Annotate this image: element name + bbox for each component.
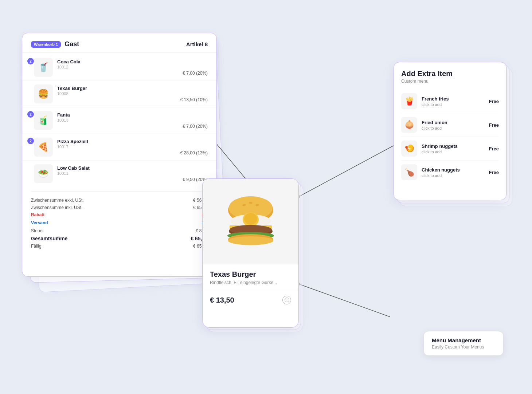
item-img-burger: 🍔	[34, 84, 53, 103]
cart-summary: Zwischensumme exkl. USt. € 56,64 Zwische…	[22, 194, 216, 250]
extra-item-shrimp[interactable]: 🍤 Shrimp nuggets click to add Free	[401, 137, 499, 161]
extra-card-title: Add Extra Item	[401, 70, 499, 78]
product-info: Texas Burger Rindfleisch, Ei, eingelegte…	[203, 264, 298, 289]
item-img-fanta: 🧃	[34, 111, 53, 130]
extra-item-img-fries: 🍟	[401, 93, 417, 109]
cart-artikel-label: Artikel 8	[186, 41, 208, 47]
cart-header-left: Warenkorb 1 Gast	[31, 40, 79, 48]
svg-point-20	[228, 236, 273, 245]
cart-header: Warenkorb 1 Gast Artikel 8	[22, 40, 216, 53]
extra-item-action-chicken: click to add	[422, 173, 485, 178]
product-card-stack: Texas Burger Rindfleisch, Ei, eingelegte…	[202, 178, 299, 328]
extra-item-chicken[interactable]: 🍗 Chicken nuggets click to add Free	[401, 161, 499, 184]
cart-divider	[31, 191, 208, 192]
cart-guest-label: Gast	[64, 40, 79, 48]
item-price-burger: € 13,50 (10%)	[57, 97, 208, 102]
summary-row-gesamt: Gesamtsumme € 65,00	[31, 235, 208, 243]
item-img-cola: 🥤	[34, 58, 53, 77]
extra-item-price-chicken: Free	[489, 170, 499, 175]
summary-gesamt-label: Gesamtsumme	[31, 236, 67, 241]
summary-row-rabatt: Rabatt +	[31, 211, 208, 219]
summary-steuer-label: Steuer	[31, 228, 44, 233]
extra-item-img-chicken: 🍗	[401, 164, 417, 180]
cart-item-salad[interactable]: 🥗 Low Cab Salat 10011 € 9,50 (20%)	[22, 160, 216, 187]
svg-line-2	[299, 284, 390, 317]
extra-item-onion[interactable]: 🧅 Fried onion click to add Free	[401, 113, 499, 137]
extra-item-fries[interactable]: 🍟 French fries click to add Free	[401, 90, 499, 113]
item-info-salad: Low Cab Salat 10011 € 9,50 (20%)	[57, 165, 208, 182]
product-image-area	[203, 179, 298, 264]
cart-item-burger[interactable]: 🍔 Texas Burger 10008 € 13,50 (10%)	[22, 80, 216, 107]
extra-item-price-fries: Free	[489, 99, 499, 104]
item-code-pizza: 10017	[57, 145, 208, 149]
item-price-fanta: € 7,00 (20%)	[57, 124, 208, 129]
item-info-fanta: Fanta 10013 € 7,00 (20%)	[57, 112, 208, 129]
burger-svg	[218, 189, 283, 255]
extra-item-action-fries: click to add	[422, 102, 485, 107]
summary-row-versand: Versand +	[31, 219, 208, 227]
item-info-pizza: Pizza Speziell 10017 € 28,00 (13%)	[57, 139, 208, 155]
menu-mgmt-title: Menu Management	[432, 337, 495, 343]
item-qty-cola: 2	[27, 58, 34, 64]
extra-item-name-shrimp: Shrimp nuggets	[422, 143, 485, 149]
extra-item-action-onion: click to add	[422, 126, 485, 130]
item-name-fanta: Fanta	[57, 112, 208, 118]
extra-item-info-fries: French fries click to add	[422, 96, 485, 107]
item-code-burger: 10008	[57, 91, 208, 96]
extra-card-main: Add Extra Item Custom menu 🍟 French frie…	[394, 62, 506, 200]
summary-row-exkl: Zwischensumme exkl. USt. € 56,64	[31, 197, 208, 204]
svg-point-14	[244, 213, 257, 225]
extra-item-info-shrimp: Shrimp nuggets click to add	[422, 143, 485, 154]
summary-rabatt-label: Rabatt	[31, 212, 44, 218]
summary-exkl-label: Zwischensumme exkl. USt.	[31, 198, 84, 203]
item-qty-fanta: 2	[27, 111, 34, 118]
item-name-salad: Low Cab Salat	[57, 165, 208, 171]
product-card-main: Texas Burger Rindfleisch, Ei, eingelegte…	[202, 178, 299, 328]
item-img-salad: 🥗	[34, 164, 53, 183]
item-name-cola: Coca Cola	[57, 59, 208, 64]
extra-item-img-onion: 🧅	[401, 117, 417, 133]
extra-item-info-onion: Fried onion click to add	[422, 120, 485, 130]
extra-item-action-shrimp: click to add	[422, 150, 485, 154]
summary-row-inkl: Zwischensumme inkl. USt. € 65,00	[31, 204, 208, 211]
item-price-cola: € 7,00 (20%)	[57, 71, 208, 76]
item-info-cola: Coca Cola 10012 € 7,00 (20%)	[57, 59, 208, 76]
extra-item-info-chicken: Chicken nuggets click to add	[422, 167, 485, 178]
summary-row-faellig: Fällig € 65,00	[31, 243, 208, 250]
item-price-pizza: € 28,00 (13%)	[57, 150, 208, 155]
item-info-burger: Texas Burger 10008 € 13,50 (10%)	[57, 86, 208, 102]
cart-item-pizza[interactable]: 2 🍕 Pizza Speziell 10017 € 28,00 (13%)	[22, 134, 216, 160]
cart-items-list: 2 🥤 Coca Cola 10012 € 7,00 (20%) 🍔 Texas…	[22, 53, 216, 188]
extra-item-name-fries: French fries	[422, 96, 485, 102]
item-code-fanta: 10013	[57, 118, 208, 122]
extra-card-subtitle: Custom menu	[401, 79, 499, 84]
product-info-icon[interactable]: ⓘ	[282, 296, 291, 304]
warenkorb-badge: Warenkorb 1	[31, 41, 61, 48]
summary-inkl-label: Zwischensumme inkl. USt.	[31, 205, 82, 210]
product-description: Rindfleisch, Ei, eingelegte Gurke...	[210, 280, 291, 285]
extra-item-name-chicken: Chicken nuggets	[422, 167, 485, 173]
item-qty-pizza: 2	[27, 138, 34, 144]
item-name-burger: Texas Burger	[57, 86, 208, 91]
product-price: € 13,50	[210, 296, 234, 304]
extra-card-stack: Add Extra Item Custom menu 🍟 French frie…	[394, 62, 506, 200]
item-name-pizza: Pizza Speziell	[57, 139, 208, 144]
extra-item-img-shrimp: 🍤	[401, 141, 417, 157]
extra-item-name-onion: Fried onion	[422, 120, 485, 125]
summary-row-steuer: Steuer € 8,37	[31, 227, 208, 235]
summary-versand-label: Versand	[31, 220, 48, 226]
product-price-row: € 13,50 ⓘ	[203, 291, 298, 310]
svg-line-1	[299, 146, 394, 197]
extra-item-price-onion: Free	[489, 122, 499, 128]
cart-item-fanta[interactable]: 2 🧃 Fanta 10013 € 7,00 (20%)	[22, 107, 216, 134]
item-price-salad: € 9,50 (20%)	[57, 177, 208, 182]
product-name: Texas Burger	[210, 270, 291, 279]
extra-item-price-shrimp: Free	[489, 146, 499, 151]
menu-management-card: Menu Management Easily Custom Your Menus	[423, 331, 504, 356]
item-code-salad: 10011	[57, 171, 208, 176]
item-img-pizza: 🍕	[34, 138, 53, 157]
cart-item-cola[interactable]: 2 🥤 Coca Cola 10012 € 7,00 (20%)	[22, 54, 216, 80]
item-code-cola: 10012	[57, 65, 208, 69]
summary-faellig-label: Fällig	[31, 244, 42, 249]
menu-mgmt-subtitle: Easily Custom Your Menus	[432, 344, 495, 350]
